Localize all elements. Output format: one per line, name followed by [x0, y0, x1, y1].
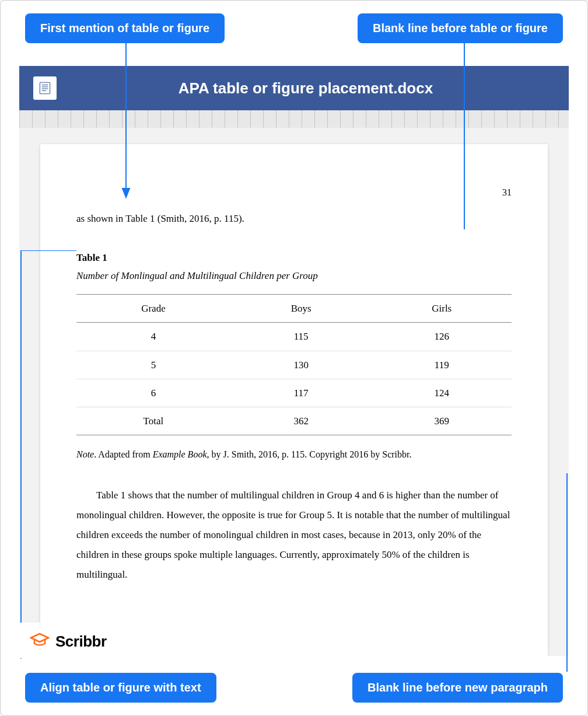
note-book-title: Example Book — [153, 449, 207, 459]
scribbr-logo: Scribbr — [19, 623, 125, 658]
table-total-row: Total 362 369 — [76, 407, 512, 435]
callout-first-mention: First mention of table or figure — [25, 13, 225, 43]
table-number: Table 1 — [76, 250, 512, 266]
ruler — [19, 110, 569, 128]
table-header: Grade — [76, 295, 230, 323]
svg-marker-1 — [123, 188, 130, 197]
body-paragraph: Table 1 shows that the number of multili… — [76, 486, 512, 585]
word-window: APA table or figure placement.docx 31 as… — [19, 66, 569, 656]
connector-line — [456, 43, 473, 229]
table-note: Note. Adapted from Example Book, by J. S… — [76, 447, 512, 462]
connector-line — [12, 250, 82, 670]
callout-blank-before-paragraph: Blank line before new paragraph — [352, 673, 563, 703]
table-header-row: Grade Boys Girls — [76, 295, 512, 323]
svg-rect-6 — [40, 82, 50, 94]
note-rest: , by J. Smith, 2016, p. 115. Copyright 2… — [207, 449, 412, 459]
data-table: Grade Boys Girls 4 115 126 5 — [76, 294, 512, 435]
table-row: 6 117 124 — [76, 379, 512, 407]
table-header: Boys — [230, 295, 372, 323]
word-icon — [33, 76, 57, 100]
table-row: 5 130 119 — [76, 351, 512, 379]
graduation-cap-icon — [30, 632, 50, 651]
connector-line — [558, 473, 576, 672]
word-titlebar: APA table or figure placement.docx — [19, 66, 569, 110]
table-header: Girls — [372, 295, 512, 323]
table-title: Number of Monlingual and Multilingual Ch… — [76, 268, 512, 284]
connector-line — [117, 43, 135, 206]
callout-align-table: Align table or figure with text — [25, 673, 216, 703]
note-prefix: . Adapted from — [94, 449, 152, 459]
document-area: 31 as shown in Table 1 (Smith, 2016, p. … — [19, 128, 569, 656]
page-number: 31 — [76, 185, 512, 200]
callout-blank-before-table: Blank line before table or figure — [358, 13, 563, 43]
logo-text: Scribbr — [55, 633, 107, 651]
table-row: 4 115 126 — [76, 323, 512, 351]
intro-text: as shown in Table 1 (Smith, 2016, p. 115… — [76, 211, 512, 226]
